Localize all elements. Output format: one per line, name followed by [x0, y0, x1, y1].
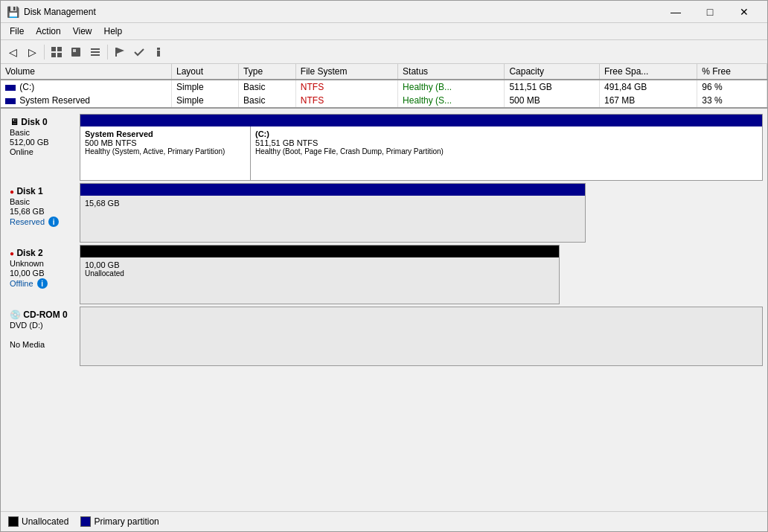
cdrom-0-media — [10, 330, 75, 339]
legend-primary-icon — [80, 516, 91, 527]
cell-layout: Simple — [171, 80, 238, 94]
disk-1-type: Basic — [10, 197, 75, 206]
col-header-fs: File System — [295, 64, 397, 80]
partition-size: 10,00 GB — [85, 260, 554, 269]
app-icon: 💾 — [7, 6, 19, 18]
disk-0-name: 🖥 Disk 0 — [10, 117, 75, 127]
toolbar-btn-1[interactable] — [48, 43, 65, 61]
disk-1-volumes: 15,68 GB — [80, 183, 586, 243]
minimize-button[interactable]: — — [659, 1, 693, 23]
grid-icon — [51, 46, 63, 58]
cdrom-0-status: No Media — [10, 340, 75, 349]
col-header-layout: Layout — [171, 64, 238, 80]
legend-unallocated: Unallocated — [8, 516, 68, 527]
col-header-free: Free Spa... — [599, 64, 697, 80]
main-content: Volume Layout Type File System Status Ca… — [1, 64, 767, 525]
cell-status: Healthy (B... — [398, 80, 505, 94]
cell-capacity: 511,51 GB — [505, 80, 600, 94]
disk-1-status: Reserved i — [10, 217, 75, 227]
cell-fs: NTFS — [295, 94, 397, 107]
list-icon — [89, 46, 101, 58]
disk-0-bar-seg-2 — [251, 115, 762, 126]
disk-0-type: Basic — [10, 128, 75, 137]
forward-button[interactable]: ▷ — [23, 43, 41, 61]
disk-1-bar-seg-1 — [80, 184, 585, 196]
back-button[interactable]: ◁ — [4, 43, 22, 61]
menu-action[interactable]: Action — [30, 25, 66, 38]
close-button[interactable]: ✕ — [727, 1, 761, 23]
col-header-capacity: Capacity — [505, 64, 600, 80]
disk-0-partitions: System Reserved 500 MB NTFS Healthy (Sys… — [80, 126, 762, 180]
disk-2-volumes: 10,00 GB Unallocated — [80, 245, 560, 304]
disk-1-label: ● Disk 1 Basic 15,68 GB Reserved i — [5, 183, 80, 243]
flag-icon — [114, 46, 126, 58]
partition-c[interactable]: (C:) 511,51 GB NTFS Healthy (Boot, Page … — [251, 126, 762, 180]
title-bar: 💾 Disk Management — □ ✕ — [1, 1, 767, 23]
maximize-button[interactable]: □ — [693, 1, 727, 23]
disk-0-bar-seg-1 — [80, 115, 251, 126]
col-header-volume: Volume — [1, 64, 171, 80]
disk-0-bar — [80, 115, 762, 126]
disk-icon — [70, 46, 82, 58]
cell-fs: NTFS — [295, 80, 397, 94]
window-controls: — □ ✕ — [659, 1, 761, 23]
table-row[interactable]: (C:) Simple Basic NTFS Healthy (B... 511… — [1, 80, 767, 94]
disk-2-bar-seg-1 — [80, 246, 559, 257]
partition-name: (C:) — [255, 129, 758, 138]
disk-2-bar — [80, 246, 559, 257]
disk-0-label: 🖥 Disk 0 Basic 512,00 GB Online — [5, 114, 80, 181]
cell-layout: Simple — [171, 94, 238, 107]
menu-bar: File Action View Help — [1, 23, 767, 40]
toolbar-btn-5[interactable] — [130, 43, 148, 61]
disk-1-size: 15,68 GB — [10, 207, 75, 216]
volume-panel: Volume Layout Type File System Status Ca… — [1, 64, 767, 109]
separator-2 — [107, 45, 108, 60]
legend-unallocated-icon — [8, 516, 19, 527]
disk-2-status: Offline i — [10, 278, 75, 289]
toolbar-btn-6[interactable] — [150, 43, 167, 61]
partition-disk1-unalloc[interactable]: 15,68 GB — [80, 196, 585, 242]
disk-0-row: 🖥 Disk 0 Basic 512,00 GB Online System R… — [5, 114, 763, 181]
check-icon — [133, 46, 145, 58]
volume-bar-icon — [5, 85, 16, 91]
svg-rect-12 — [157, 48, 160, 50]
svg-marker-10 — [117, 48, 124, 54]
svg-rect-8 — [91, 54, 100, 56]
cell-type: Basic — [239, 80, 296, 94]
volume-table: Volume Layout Type File System Status Ca… — [1, 64, 767, 107]
info-icon — [153, 46, 164, 58]
partition-size: 15,68 GB — [85, 199, 580, 208]
svg-rect-6 — [91, 48, 100, 50]
disk-1-partitions: 15,68 GB — [80, 196, 585, 242]
toolbar-btn-2[interactable] — [67, 43, 85, 61]
disk-2-row: ● Disk 2 Unknown 10,00 GB Offline i 10,0… — [5, 245, 763, 304]
legend-primary-label: Primary partition — [94, 516, 159, 527]
partition-system-reserved[interactable]: System Reserved 500 MB NTFS Healthy (Sys… — [80, 126, 251, 180]
menu-view[interactable]: View — [67, 25, 98, 38]
window-title: Disk Management — [24, 7, 659, 17]
menu-file[interactable]: File — [4, 25, 30, 38]
cell-volume: System Reserved — [1, 94, 171, 107]
partition-name: System Reserved — [85, 129, 246, 138]
svg-rect-7 — [91, 51, 100, 53]
cdrom-0-label: 💿 CD-ROM 0 DVD (D:) No Media — [5, 307, 80, 366]
legend: Unallocated Primary partition — [1, 511, 767, 531]
cell-status: Healthy (S... — [398, 94, 505, 107]
toolbar-btn-4[interactable] — [111, 43, 129, 61]
cell-free: 167 MB — [599, 94, 697, 107]
disk-0-volumes: System Reserved 500 MB NTFS Healthy (Sys… — [80, 114, 763, 181]
svg-rect-11 — [157, 51, 160, 57]
toolbar-btn-3[interactable] — [86, 43, 104, 61]
alert-icon: ● — [10, 188, 14, 196]
disk-1-bar — [80, 184, 585, 196]
col-header-status: Status — [398, 64, 505, 80]
table-row[interactable]: System Reserved Simple Basic NTFS Health… — [1, 94, 767, 107]
legend-unallocated-label: Unallocated — [22, 516, 68, 527]
volume-bar-icon — [5, 98, 16, 104]
menu-help[interactable]: Help — [98, 25, 129, 38]
partition-disk2-unalloc[interactable]: 10,00 GB Unallocated — [80, 257, 559, 304]
cdrom-0-volumes — [80, 307, 763, 366]
disk-1-row: ● Disk 1 Basic 15,68 GB Reserved i 15,68… — [5, 183, 763, 243]
disk-0-status: Online — [10, 147, 75, 156]
toolbar: ◁ ▷ — [1, 40, 767, 64]
